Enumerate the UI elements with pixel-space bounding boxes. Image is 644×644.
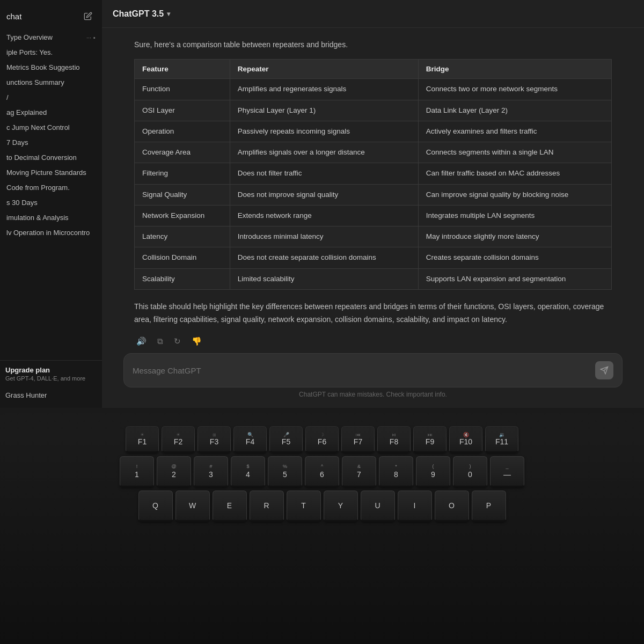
sidebar-item-10[interactable]: Code from Program.	[2, 180, 100, 195]
table-cell-7-2: May introduce slightly more latency	[418, 226, 611, 247]
table-cell-9-2: Supports LAN expansion and segmentation	[418, 268, 611, 289]
table-cell-1-0: OSI Layer	[135, 100, 230, 121]
main-content: ChatGPT 3.5 ▾ Sure, here's a comparison …	[102, 0, 644, 408]
send-button[interactable]	[595, 361, 613, 379]
grass-hunter-item[interactable]: Grass Hunter	[0, 387, 102, 404]
table-cell-6-0: Network Expansion	[135, 205, 230, 226]
table-cell-0-2: Connects two or more network segments	[418, 79, 611, 100]
table-row: Network ExpansionExtends network rangeIn…	[135, 205, 612, 226]
sidebar-item-6[interactable]: c Jump Next Control	[2, 120, 100, 135]
sidebar-item-13[interactable]: lv Operation in Microcontro	[2, 225, 100, 240]
key-9[interactable]: (9	[416, 456, 450, 487]
sidebar-item-3[interactable]: unctions Summary	[2, 75, 100, 90]
table-cell-6-2: Integrates multiple LAN segments	[418, 205, 611, 226]
key-6[interactable]: ^6	[305, 456, 339, 487]
sidebar-item-5[interactable]: ag Explained	[2, 105, 100, 120]
table-cell-1-1: Physical Layer (Layer 1)	[230, 100, 418, 121]
key-t[interactable]: T	[287, 491, 321, 522]
table-row: Signal QualityDoes not improve signal qu…	[135, 184, 612, 205]
table-cell-3-0: Coverage Area	[135, 142, 230, 163]
key-u[interactable]: U	[361, 491, 395, 522]
chat-area: Sure, here's a comparison table between …	[102, 28, 644, 347]
key-7[interactable]: &7	[342, 456, 376, 487]
table-cell-7-0: Latency	[135, 226, 230, 247]
topbar: ChatGPT 3.5 ▾	[102, 0, 644, 28]
sidebar-item-12[interactable]: imulation & Analysis	[2, 210, 100, 225]
sidebar-nav: Type Overview ··· ▪ iple Ports: Yes. Met…	[0, 30, 102, 356]
footer-text: ChatGPT can make mistakes. Check importa…	[123, 387, 623, 404]
keyboard-section: ☀F1 ☀F2 ⊞F3 🔍F4 🎤F5 ☽F6 ⏮F7 ⏯F8 ⏭F9 🔇F10…	[0, 408, 644, 644]
key-0[interactable]: )0	[453, 456, 487, 487]
key-e[interactable]: E	[213, 491, 247, 522]
table-header-feature: Feature	[135, 60, 230, 79]
message-input-container	[123, 353, 623, 387]
refresh-button[interactable]: ↻	[172, 334, 183, 347]
sidebar-item-8[interactable]: to Decimal Conversion	[2, 150, 100, 165]
key-8[interactable]: *8	[379, 456, 413, 487]
thumbsdown-button[interactable]: 👎	[189, 334, 204, 347]
table-cell-5-1: Does not improve signal quality	[230, 184, 418, 205]
key-q[interactable]: Q	[138, 491, 173, 522]
table-cell-8-2: Creates separate collision domains	[418, 247, 611, 268]
key-w[interactable]: W	[175, 491, 210, 522]
item-actions-icon[interactable]: ▪	[93, 34, 96, 41]
key-p[interactable]: P	[472, 491, 506, 522]
table-cell-6-1: Extends network range	[230, 205, 418, 226]
key-2[interactable]: @2	[157, 456, 191, 487]
table-cell-1-2: Data Link Layer (Layer 2)	[418, 100, 611, 121]
key-r[interactable]: R	[250, 491, 284, 522]
sidebar-item-1[interactable]: iple Ports: Yes.	[2, 45, 100, 60]
table-row: LatencyIntroduces minimal latencyMay int…	[135, 226, 612, 247]
key-1[interactable]: !1	[120, 456, 154, 487]
key-o[interactable]: O	[435, 491, 469, 522]
table-cell-4-0: Filtering	[135, 163, 230, 184]
sidebar: chat Type Overview ··· ▪ i	[0, 0, 102, 408]
sidebar-item-type-overview[interactable]: Type Overview ··· ▪	[2, 30, 100, 45]
keyboard-shadow	[0, 408, 644, 440]
table-cell-2-0: Operation	[135, 121, 230, 142]
table-cell-9-1: Limited scalability	[230, 268, 418, 289]
message-input[interactable]	[133, 366, 595, 375]
table-row: ScalabilityLimited scalabilitySupports L…	[135, 268, 612, 289]
copy-button[interactable]: ⧉	[155, 334, 165, 347]
sidebar-item-9[interactable]: Moving Picture Standards	[2, 165, 100, 180]
table-cell-2-2: Actively examines and filters traffic	[418, 121, 611, 142]
number-key-row: !1 @2 #3 $4 %5 ^6 &7 *8 (9 )0 _—	[11, 456, 633, 487]
sidebar-item-11[interactable]: s 30 Days	[2, 195, 100, 210]
upgrade-title: Upgrade plan	[5, 366, 97, 374]
table-cell-8-0: Collision Domain	[135, 247, 230, 268]
key-3[interactable]: #3	[194, 456, 228, 487]
input-area: ChatGPT can make mistakes. Check importa…	[102, 347, 644, 408]
intro-text: Sure, here's a comparison table between …	[134, 39, 612, 50]
message-actions: 🔊 ⧉ ↻ 👎	[134, 334, 612, 347]
key-4[interactable]: $4	[231, 456, 265, 487]
table-cell-3-2: Connects segments within a single LAN	[418, 142, 611, 163]
item-actions-dots[interactable]: ···	[86, 34, 91, 41]
audio-button[interactable]: 🔊	[134, 334, 149, 347]
table-cell-9-0: Scalability	[135, 268, 230, 289]
table-header-bridge: Bridge	[418, 60, 611, 79]
sidebar-item-2[interactable]: Metrics Book Suggestio	[2, 60, 100, 75]
table-cell-4-1: Does not filter traffic	[230, 163, 418, 184]
table-header-repeater: Repeater	[230, 60, 418, 79]
key-i[interactable]: I	[398, 491, 432, 522]
model-name: ChatGPT 3.5	[113, 9, 164, 19]
chevron-down-icon: ▾	[167, 10, 170, 18]
key-5[interactable]: %5	[268, 456, 302, 487]
new-chat-button[interactable]	[80, 9, 96, 24]
model-selector[interactable]: ChatGPT 3.5 ▾	[113, 9, 170, 19]
table-row: FilteringDoes not filter trafficCan filt…	[135, 163, 612, 184]
upgrade-subtitle: Get GPT-4, DALL·E, and more	[5, 375, 97, 382]
sidebar-item-4[interactable]: /	[2, 90, 100, 105]
sidebar-item-7[interactable]: 7 Days	[2, 135, 100, 150]
table-cell-5-0: Signal Quality	[135, 184, 230, 205]
upgrade-box[interactable]: Upgrade plan Get GPT-4, DALL·E, and more	[0, 360, 102, 387]
qwerty-key-row: Q W E R T Y U I O P	[11, 491, 633, 522]
table-row: Coverage AreaAmplifies signals over a lo…	[135, 142, 612, 163]
table-row: OSI LayerPhysical Layer (Layer 1)Data Li…	[135, 100, 612, 121]
sidebar-header: chat	[0, 4, 102, 30]
table-cell-7-1: Introduces minimal latency	[230, 226, 418, 247]
table-cell-2-1: Passively repeats incoming signals	[230, 121, 418, 142]
key-minus[interactable]: _—	[490, 456, 524, 487]
key-y[interactable]: Y	[324, 491, 358, 522]
